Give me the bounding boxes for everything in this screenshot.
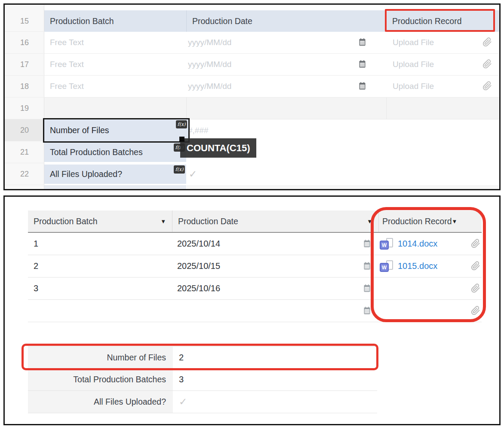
date-value-cell[interactable]: 2025/10/14	[177, 233, 220, 255]
header-label: Production Record	[382, 217, 452, 226]
date-placeholder[interactable]: yyyy/MM/dd	[188, 54, 231, 75]
formula-cell-number-of-files[interactable]: Number of Files f(x)	[43, 118, 190, 143]
file-name: 1015.docx	[398, 261, 437, 271]
row-number-17[interactable]: 17	[5, 54, 44, 76]
summary-row-all-files-uploaded: All Files Uploaded? ✓	[28, 391, 377, 413]
row-number-21[interactable]: 21	[5, 141, 44, 163]
check-icon: ✓	[189, 163, 197, 185]
preview-header-production-date[interactable]: Production Date ▼	[172, 210, 378, 232]
preview-data-row: 2 2025/10/15 W 1015.docx	[28, 255, 482, 278]
preview-data-row	[28, 300, 482, 322]
date-value-cell[interactable]: 2025/10/16	[177, 278, 220, 299]
check-icon: ✓	[173, 391, 187, 413]
preview-header-row: Production Batch ▼ Production Date ▼ Pro…	[28, 210, 482, 233]
upload-file-placeholder[interactable]: Upload File	[393, 76, 434, 97]
designer-header-production-date[interactable]: Production Date	[186, 10, 386, 32]
summary-label: Total Production Batches	[28, 369, 173, 390]
row-number-22[interactable]: 22	[5, 163, 44, 185]
uploaded-file-link[interactable]: W 1014.docx	[380, 238, 437, 250]
upload-file-placeholder[interactable]: Upload File	[393, 54, 434, 75]
designer-input-row: Free Text yyyy/MM/dd Upload File	[44, 32, 499, 54]
calendar-icon[interactable]	[363, 239, 372, 250]
designer-header-row: Production Batch Production Date Product…	[44, 10, 499, 32]
row-number-19[interactable]: 19	[5, 98, 44, 119]
summary-row-number-of-files: Number of Files 2	[28, 346, 377, 369]
header-label: Production Date	[178, 217, 238, 226]
row-number-16[interactable]: 16	[5, 32, 44, 54]
row-number-20[interactable]: 20	[5, 119, 44, 141]
date-value-cell[interactable]: 2025/10/15	[177, 255, 220, 277]
partial-row-sliver	[187, 185, 499, 189]
formula-cell-label: All Files Uploaded?	[50, 169, 122, 179]
designer-header-production-record[interactable]: Production Record	[386, 10, 499, 32]
formula-cell-label: Total Production Batches	[50, 147, 143, 157]
paperclip-icon[interactable]	[471, 261, 480, 272]
calendar-icon[interactable]	[363, 306, 372, 317]
free-text-placeholder[interactable]: Free Text	[50, 54, 84, 75]
summary-row-total-production-batches: Total Production Batches 3	[28, 369, 377, 391]
summary-label: Number of Files	[28, 347, 173, 368]
calendar-icon[interactable]	[363, 262, 372, 272]
paperclip-icon[interactable]	[471, 306, 480, 317]
paperclip-icon[interactable]	[482, 59, 492, 70]
paperclip-icon[interactable]	[471, 284, 480, 295]
summary-value: 2	[173, 347, 184, 368]
chevron-down-icon[interactable]: ▼	[367, 210, 372, 232]
form-designer-panel: 15 16 17 18 19 20 21 22 Production Batch…	[3, 3, 501, 190]
file-name: 1014.docx	[398, 239, 437, 249]
uploaded-file-link[interactable]: W 1015.docx	[380, 260, 437, 272]
formula-tooltip: COUNTA(C15)	[180, 138, 256, 158]
row-number-18[interactable]: 18	[5, 76, 44, 98]
calendar-icon[interactable]	[363, 284, 372, 295]
free-text-placeholder[interactable]: Free Text	[50, 76, 84, 97]
row-number-15[interactable]: 15	[5, 10, 44, 32]
calendar-icon[interactable]	[358, 82, 367, 92]
paperclip-icon[interactable]	[482, 37, 492, 49]
paperclip-icon[interactable]	[471, 239, 480, 250]
word-file-icon: W	[380, 260, 393, 272]
preview-data-row: 3 2025/10/16	[28, 278, 482, 300]
formula-cell-label: Number of Files	[50, 125, 109, 135]
header-label: Production Batch	[34, 217, 98, 226]
date-placeholder[interactable]: yyyy/MM/dd	[188, 76, 231, 97]
free-text-placeholder[interactable]: Free Text	[50, 32, 84, 53]
summary-label: All Files Uploaded?	[28, 391, 173, 413]
date-placeholder[interactable]: yyyy/MM/dd	[188, 32, 231, 53]
batch-value-cell[interactable]: 1	[34, 233, 38, 255]
batch-value-cell[interactable]: 2	[34, 255, 38, 277]
designer-input-row: Free Text yyyy/MM/dd Upload File	[44, 76, 499, 98]
calendar-icon[interactable]	[358, 38, 367, 49]
formula-cell-total-production-batches[interactable]: Total Production Batches f(x)	[44, 143, 186, 162]
partial-row-sliver	[44, 185, 186, 189]
preview-data-row: 1 2025/10/14 W 1014.docx	[28, 233, 482, 255]
calendar-icon[interactable]	[358, 60, 367, 70]
designer-empty-row[interactable]	[44, 98, 499, 119]
preview-header-production-batch[interactable]: Production Batch ▼	[28, 210, 172, 232]
paperclip-icon[interactable]	[482, 81, 492, 92]
page: 15 16 17 18 19 20 21 22 Production Batch…	[0, 0, 504, 430]
fx-formula-badge[interactable]: f(x)	[176, 120, 187, 128]
batch-value-cell[interactable]: 3	[34, 278, 38, 299]
summary-value: 3	[173, 369, 184, 390]
fx-formula-badge[interactable]: f(x)	[174, 165, 185, 174]
designer-header-production-batch[interactable]: Production Batch	[44, 10, 186, 32]
selection-fill-handle[interactable]	[179, 137, 184, 142]
chevron-down-icon[interactable]: ▼	[160, 210, 166, 232]
upload-file-placeholder[interactable]: Upload File	[393, 32, 434, 53]
word-file-icon: W	[380, 238, 393, 250]
chevron-down-icon[interactable]: ▼	[452, 210, 458, 232]
form-preview-panel: Production Batch ▼ Production Date ▼ Pro…	[3, 195, 501, 425]
preview-header-production-record[interactable]: Production Record ▼	[378, 210, 482, 232]
designer-input-row: Free Text yyyy/MM/dd Upload File	[44, 54, 499, 76]
formula-cell-all-files-uploaded[interactable]: All Files Uploaded? f(x)	[44, 165, 186, 184]
